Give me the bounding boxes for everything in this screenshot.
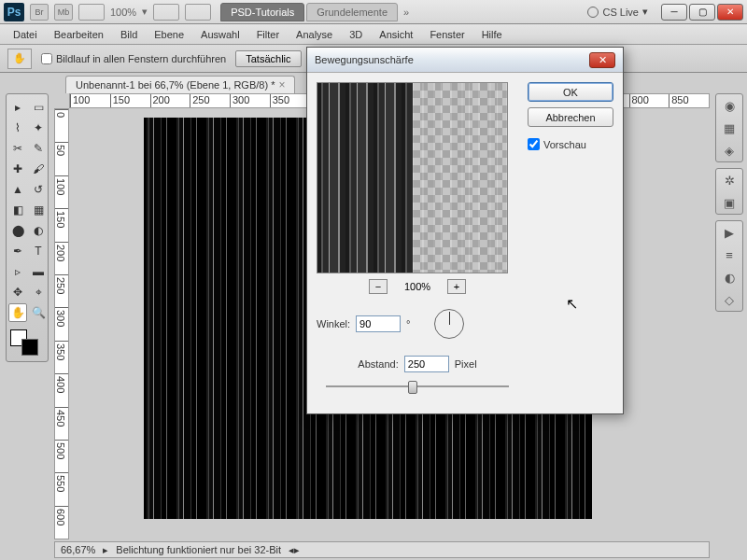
channels-panel-icon[interactable]: ◐ <box>721 270 738 285</box>
motion-blur-dialog: Bewegungsunschärfe ✕ − 100% + Winkel: ° … <box>306 47 624 414</box>
menu-bild[interactable]: Bild <box>113 26 145 43</box>
zoom-level-label: 100% <box>404 281 430 292</box>
scroll-all-windows-checkbox[interactable]: Bildlauf in allen Fenstern durchführen <box>41 53 226 64</box>
toolbox: ▸ ▭ ⌇ ✦ ✂ ✎ ✚ 🖌 ▲ ↺ ◧ ▦ ⬤ ◐ ✒ T ▹ ▬ ✥ ⌖ … <box>6 93 49 362</box>
document-tab-label: Unbenannt-1 bei 66,7% (Ebene 1, RGB/8) * <box>76 79 275 91</box>
workspace-more-icon[interactable]: » <box>403 7 409 18</box>
photoshop-logo: Ps <box>4 3 24 21</box>
blur-tool-icon[interactable]: ⬤ <box>8 221 27 240</box>
screen-mode-dropdown[interactable] <box>153 4 179 21</box>
move-tool-icon[interactable]: ▸ <box>8 98 27 117</box>
dropdown-arrow-icon: ▾ <box>642 6 648 18</box>
background-swatch[interactable] <box>21 339 38 356</box>
menu-3d[interactable]: 3D <box>342 26 370 43</box>
menu-ansicht[interactable]: Ansicht <box>372 26 420 43</box>
ok-button[interactable]: OK <box>528 82 613 102</box>
hand-tool-icon[interactable]: ✋ <box>8 303 27 322</box>
dialog-close-button[interactable]: ✕ <box>589 52 615 68</box>
actual-pixels-button[interactable]: Tatsächlic <box>235 50 301 67</box>
zoom-out-button[interactable]: − <box>369 279 388 294</box>
current-tool-indicator[interactable]: ✋ <box>7 49 32 69</box>
menu-analyse[interactable]: Analyse <box>289 26 340 43</box>
right-panel-rail: ◉ ▦ ◈ ✲ ▣ ▶ ≡ ◐ ◇ <box>715 93 743 312</box>
cslive-button[interactable]: CS Live ▾ <box>587 6 648 18</box>
preview-checkbox-label: Vorschau <box>543 139 586 150</box>
cancel-button[interactable]: Abbrechen <box>528 107 613 127</box>
path-tool-icon[interactable]: ▹ <box>8 262 27 281</box>
dialog-titlebar[interactable]: Bewegungsunschärfe ✕ <box>307 48 623 73</box>
zoom-display[interactable]: 100% <box>110 7 136 18</box>
dialog-title-label: Bewegungsunschärfe <box>315 54 414 65</box>
menu-ebene[interactable]: Ebene <box>147 26 191 43</box>
wand-tool-icon[interactable]: ✦ <box>29 119 48 137</box>
view-arrange-dropdown[interactable] <box>78 4 105 21</box>
document-tab[interactable]: Unbenannt-1 bei 66,7% (Ebene 1, RGB/8) *… <box>65 76 295 93</box>
status-bar: 66,67% ▸ Belichtung funktioniert nur bei… <box>54 541 710 558</box>
menu-auswahl[interactable]: Auswahl <box>193 26 247 43</box>
maximize-button[interactable]: ▢ <box>689 4 715 21</box>
app-titlebar: Ps Br Mb 100% ▾ PSD-Tutorials Grundeleme… <box>0 0 747 24</box>
lasso-tool-icon[interactable]: ⌇ <box>8 119 27 137</box>
menu-bearbeiten[interactable]: Bearbeiten <box>47 26 111 43</box>
heal-tool-icon[interactable]: ✚ <box>8 160 27 178</box>
gradient-tool-icon[interactable]: ▦ <box>29 201 48 219</box>
bridge-button[interactable]: Br <box>30 4 49 21</box>
menu-hilfe[interactable]: Hilfe <box>474 26 510 43</box>
swatches-panel-icon[interactable]: ▦ <box>721 120 738 135</box>
distance-unit-label: Pixel <box>455 358 477 370</box>
angle-input[interactable] <box>356 315 401 332</box>
history-brush-tool-icon[interactable]: ↺ <box>29 180 48 199</box>
minimize-button[interactable]: ─ <box>661 4 687 21</box>
type-tool-icon[interactable]: T <box>29 242 48 260</box>
cslive-icon <box>587 7 599 18</box>
pen-tool-icon[interactable]: ✒ <box>8 242 27 260</box>
shape-tool-icon[interactable]: ▬ <box>29 262 48 281</box>
dropdown-arrow-icon: ▾ <box>142 6 148 18</box>
marquee-tool-icon[interactable]: ▭ <box>29 98 48 117</box>
cslive-label: CS Live <box>602 7 639 18</box>
menu-fenster[interactable]: Fenster <box>422 26 472 43</box>
angle-dial[interactable] <box>434 309 464 339</box>
3d-cam-tool-icon[interactable]: ⌖ <box>29 283 48 301</box>
eyedropper-tool-icon[interactable]: ✎ <box>29 139 48 158</box>
close-tab-icon[interactable]: × <box>278 78 285 91</box>
workspace-tab-psdtutorials[interactable]: PSD-Tutorials <box>220 3 304 21</box>
dodge-tool-icon[interactable]: ◐ <box>29 221 48 240</box>
menu-bar: Datei Bearbeiten Bild Ebene Auswahl Filt… <box>0 24 747 45</box>
styles-panel-icon[interactable]: ◈ <box>721 143 738 158</box>
extras-dropdown[interactable] <box>185 4 211 21</box>
ruler-vertical: 050100150200250300350400450500550600 <box>54 108 69 539</box>
angle-label: Winkel: <box>317 318 350 329</box>
menu-datei[interactable]: Datei <box>6 26 45 43</box>
masks-panel-icon[interactable]: ▣ <box>721 195 738 210</box>
distance-slider[interactable] <box>326 380 509 393</box>
color-panel-icon[interactable]: ◉ <box>721 98 738 113</box>
paths-panel-icon[interactable]: ◇ <box>721 292 738 307</box>
scroll-all-checkbox-input[interactable] <box>41 53 52 64</box>
scroll-all-label: Bildlauf in allen Fenstern durchführen <box>56 53 226 64</box>
workspace-tab-grundelemente[interactable]: Grundelemente <box>306 3 398 21</box>
distance-input[interactable] <box>404 356 449 372</box>
slider-thumb[interactable] <box>408 381 417 394</box>
eraser-tool-icon[interactable]: ◧ <box>8 201 27 219</box>
layers-panel-icon[interactable]: ≡ <box>721 247 738 262</box>
degree-label: ° <box>406 318 410 329</box>
close-button[interactable]: ✕ <box>717 4 743 21</box>
brush-tool-icon[interactable]: 🖌 <box>29 160 48 178</box>
status-message: Belichtung funktioniert nur bei 32-Bit <box>116 544 281 555</box>
menu-filter[interactable]: Filter <box>249 26 287 43</box>
filter-preview[interactable] <box>317 82 508 273</box>
color-swatches[interactable] <box>8 328 48 357</box>
zoom-in-button[interactable]: + <box>447 279 466 294</box>
3d-tool-icon[interactable]: ✥ <box>8 283 27 301</box>
stamp-tool-icon[interactable]: ▲ <box>8 180 27 199</box>
crop-tool-icon[interactable]: ✂ <box>8 139 27 158</box>
preview-checkbox[interactable]: Vorschau <box>528 138 613 150</box>
zoom-tool-icon[interactable]: 🔍 <box>29 303 48 322</box>
adjustments-panel-icon[interactable]: ✲ <box>721 173 738 188</box>
actions-panel-icon[interactable]: ▶ <box>721 225 738 240</box>
distance-label: Abstand: <box>358 358 398 370</box>
preview-checkbox-input[interactable] <box>528 138 540 150</box>
status-zoom[interactable]: 66,67% <box>61 544 95 555</box>
minibridge-button[interactable]: Mb <box>54 4 73 21</box>
